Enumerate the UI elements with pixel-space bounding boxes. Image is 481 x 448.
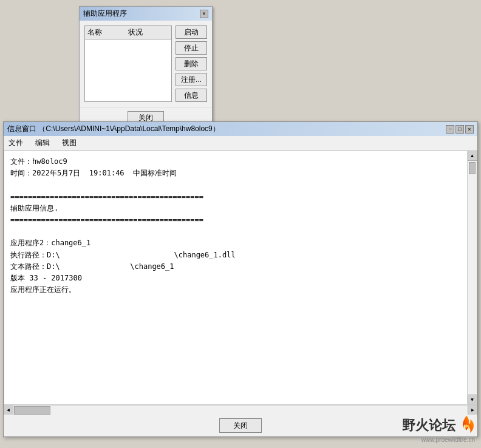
watermark-text: 野火论坛 [402, 416, 455, 435]
menu-edit[interactable]: 编辑 [33, 137, 52, 149]
scroll-down-btn[interactable]: ▼ [468, 395, 477, 404]
info-window: 信息窗口 （C:\Users\ADMINI~1\AppData\Local\Te… [3, 121, 478, 437]
flame-icon [458, 415, 475, 436]
scroll-thumb[interactable] [469, 162, 476, 174]
aux-dialog-close-btn[interactable]: × [200, 10, 208, 18]
menu-file[interactable]: 文件 [6, 137, 26, 149]
h-scroll-track [13, 406, 468, 415]
watermark: 野火论坛 www.proewildfire.cn [402, 415, 475, 443]
info-window-controls: － □ × [446, 125, 474, 134]
info-button[interactable]: 信息 [176, 89, 207, 102]
register-button[interactable]: 注册... [176, 73, 207, 86]
aux-dialog-title: 辅助应用程序 [83, 8, 127, 19]
list-col-status: 状况 [128, 27, 169, 38]
info-window-content-area: 文件：hw8oloc9 时间：2022年5月7日 19:01:46 中国标准时间… [4, 151, 477, 405]
aux-dialog-list: 名称 状况 [84, 25, 172, 102]
aux-dialog-list-header: 名称 状况 [85, 26, 171, 39]
scroll-left-btn[interactable]: ◄ [4, 406, 13, 415]
aux-dialog-buttons: 启动 停止 删除 注册... 信息 [176, 25, 207, 102]
watermark-url: www.proewildfire.cn [421, 436, 475, 443]
scroll-up-btn[interactable]: ▲ [468, 151, 477, 161]
aux-dialog-body: 名称 状况 启动 停止 删除 注册... 信息 [80, 21, 212, 107]
horizontal-scrollbar: ◄ ► [4, 405, 477, 415]
aux-dialog: 辅助应用程序 × 名称 状况 启动 停止 删除 注册... 信息 关闭 [79, 6, 213, 129]
vertical-scrollbar: ▲ ▼ [467, 151, 477, 404]
minimize-button[interactable]: － [446, 125, 454, 134]
stop-button[interactable]: 停止 [176, 41, 207, 55]
scroll-right-btn[interactable]: ► [468, 406, 477, 415]
h-scroll-thumb[interactable] [14, 406, 50, 415]
aux-dialog-titlebar: 辅助应用程序 × [80, 7, 212, 21]
close-button[interactable]: × [465, 125, 474, 134]
info-close-button[interactable]: 关闭 [219, 418, 262, 433]
info-window-title: 信息窗口 （C:\Users\ADMINI~1\AppData\Local\Te… [7, 124, 220, 134]
info-window-text[interactable]: 文件：hw8oloc9 时间：2022年5月7日 19:01:46 中国标准时间… [4, 151, 467, 404]
maximize-button[interactable]: □ [455, 125, 464, 134]
info-window-titlebar: 信息窗口 （C:\Users\ADMINI~1\AppData\Local\Te… [4, 122, 477, 136]
list-col-name: 名称 [87, 27, 128, 38]
info-window-menubar: 文件 编辑 视图 [4, 136, 477, 151]
scroll-track [468, 161, 477, 395]
aux-dialog-list-content [85, 39, 171, 94]
menu-view[interactable]: 视图 [60, 137, 79, 149]
start-button[interactable]: 启动 [176, 25, 207, 39]
delete-button[interactable]: 删除 [176, 57, 207, 70]
